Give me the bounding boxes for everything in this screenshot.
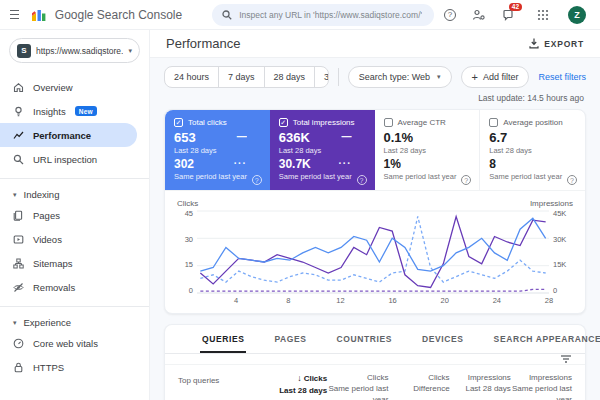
sidebar-item-pages[interactable]: Pages (0, 203, 137, 227)
total-impressions-card[interactable]: Total impressions 636K Last 28 days 30.7… (270, 110, 375, 190)
user-settings-icon[interactable] (471, 7, 487, 23)
checkbox-unchecked-icon[interactable] (489, 118, 498, 127)
main-area: Performance EXPORT 24 hours 7 days 28 da… (150, 30, 600, 400)
tab-queries[interactable]: QUERIES (200, 325, 246, 353)
left-axis-ticks: 45 30 15 0 (175, 209, 197, 295)
left-axis-title: Clicks (177, 199, 198, 208)
feedback-icon[interactable]: 42 (500, 7, 516, 23)
tab-devices[interactable]: DEVICES (420, 325, 466, 353)
avatar[interactable]: Z (568, 6, 586, 24)
date-range-segmented-control: 24 hours 7 days 28 days 3 months Compare (164, 66, 329, 88)
eye-off-icon (13, 282, 24, 293)
sidebar-item-label: Insights (33, 106, 66, 117)
collapse-triangle-icon (13, 319, 17, 327)
app-title: Google Search Console (55, 8, 182, 22)
add-filter-button[interactable]: Add filter (461, 66, 530, 88)
filter-icon[interactable] (560, 354, 572, 364)
range-28-days-button[interactable]: 28 days (264, 67, 315, 87)
top-bar-actions: 42 Z (442, 6, 586, 24)
new-badge: New (75, 106, 97, 116)
sidebar-item-label: Performance (33, 130, 91, 141)
search-type-label: Search type: Web (359, 72, 430, 82)
line-chart-canvas[interactable] (197, 209, 549, 295)
y-tick: 0 (553, 286, 575, 295)
tab-countries[interactable]: COUNTRIES (335, 325, 394, 353)
range-7-days-button[interactable]: 7 days (218, 67, 264, 87)
y-tick: 0 (175, 286, 193, 295)
column-header-impressions-last-28-days[interactable]: Impressions Last 28 days (450, 372, 511, 394)
x-tick-label: 12 (336, 296, 344, 305)
performance-chart-icon (13, 130, 24, 141)
y-tick: 30 (175, 235, 193, 244)
sidebar-section-indexing[interactable]: Indexing (0, 186, 149, 203)
section-label: Indexing (24, 189, 60, 200)
sidebar-item-label: Pages (33, 210, 60, 221)
range-24-hours-button[interactable]: 24 hours (165, 67, 218, 87)
sidebar-item-label: Core web vitals (33, 338, 98, 349)
export-button[interactable]: EXPORT (529, 38, 584, 49)
sidebar-item-insights[interactable]: Insights New (0, 99, 137, 123)
help-icon[interactable] (252, 175, 262, 185)
dimension-tabs: QUERIES PAGES COUNTRIES DEVICES SEARCH A… (165, 325, 585, 354)
total-clicks-card[interactable]: Total clicks 653 Last 28 days 302 Same p… (165, 110, 270, 190)
column-sublabel: Difference (413, 384, 449, 393)
metric-sublabel: Last 28 days (489, 146, 576, 155)
sidebar-item-videos[interactable]: Videos (0, 227, 137, 251)
chevron-down-icon (437, 73, 441, 81)
metric-label: Total impressions (293, 118, 355, 127)
metric-value-compare: 8 (489, 157, 496, 171)
solid-line-indicator-icon (237, 131, 247, 142)
table-header-row: Top queries Clicks Last 28 days Clicks S… (165, 365, 585, 400)
column-header-clicks-last-28-days[interactable]: Clicks Last 28 days (266, 372, 327, 396)
search-type-dropdown[interactable]: Search type: Web (348, 66, 452, 88)
sidebar-section-experience[interactable]: Experience (0, 314, 149, 331)
checkbox-checked-icon[interactable] (279, 118, 288, 127)
tab-pages[interactable]: PAGES (272, 325, 308, 353)
column-header-top-queries[interactable]: Top queries (178, 372, 266, 385)
right-axis-ticks: 45K 30K 15K 0 (549, 209, 575, 295)
column-header-clicks-last-year[interactable]: Clicks Same period last year (327, 372, 388, 400)
chart-line (200, 217, 545, 283)
metric-sublabel: Same period last year (384, 172, 471, 181)
magnifier-icon (13, 154, 24, 165)
y-tick: 15K (553, 260, 575, 269)
sidebar-divider (0, 306, 149, 307)
checkbox-checked-icon[interactable] (174, 118, 183, 127)
help-icon[interactable] (357, 175, 367, 185)
y-tick: 15 (175, 260, 193, 269)
sidebar-item-url-inspection[interactable]: URL inspection (0, 147, 137, 171)
sidebar-item-core-web-vitals[interactable]: Core web vitals (0, 331, 137, 355)
notification-count-badge: 42 (509, 3, 522, 12)
column-header-impressions-last-year[interactable]: Impressions Same period last year (511, 372, 572, 400)
search-console-logo-icon (31, 8, 47, 22)
help-icon[interactable] (461, 175, 471, 185)
export-label: EXPORT (544, 39, 584, 49)
metric-cards-row: Total clicks 653 Last 28 days 302 Same p… (165, 110, 585, 190)
tab-search-appearance[interactable]: SEARCH APPEARANCE (492, 325, 600, 353)
sidebar-item-label: Overview (33, 82, 73, 93)
help-icon[interactable] (567, 175, 577, 185)
right-axis-title: Impressions (530, 199, 573, 208)
metric-sublabel: Last 28 days (279, 146, 366, 155)
search-icon (222, 10, 232, 20)
range-3-months-button[interactable]: 3 months (314, 67, 329, 87)
column-header-clicks-difference[interactable]: Clicks Difference (388, 372, 449, 394)
checkbox-unchecked-icon[interactable] (384, 118, 393, 127)
property-selector[interactable]: S https://www.sadiqstore... (9, 38, 140, 63)
url-inspect-search-input[interactable]: Inspect any URL in 'https://www.sadiqsto… (212, 4, 434, 26)
sidebar-item-overview[interactable]: Overview (0, 75, 137, 99)
dashed-line-indicator-icon (339, 158, 352, 169)
sidebar-item-https[interactable]: HTTPS (0, 355, 137, 379)
average-position-card[interactable]: Average position 6.7 Last 28 days 8 Same… (479, 110, 585, 190)
sidebar-item-performance[interactable]: Performance (0, 123, 137, 147)
pages-icon (13, 210, 24, 221)
sidebar-item-removals[interactable]: Removals (0, 275, 137, 299)
google-apps-icon[interactable] (535, 7, 551, 23)
help-icon[interactable] (442, 7, 458, 23)
sidebar-item-sitemaps[interactable]: Sitemaps (0, 251, 137, 275)
menu-icon[interactable] (10, 10, 19, 20)
reset-filters-link[interactable]: Reset filters (538, 72, 586, 82)
average-ctr-card[interactable]: Average CTR 0.1% Last 28 days 1% Same pe… (375, 110, 480, 190)
performance-content: 24 hours 7 days 28 days 3 months Compare… (150, 58, 600, 400)
property-initial-icon: S (17, 44, 31, 58)
